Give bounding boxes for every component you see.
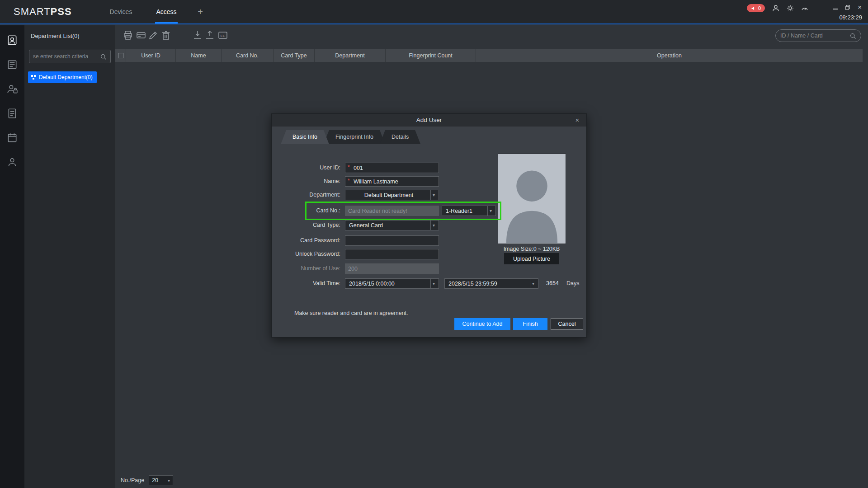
app-logo-bold: PSS <box>51 6 72 17</box>
user-permission-icon[interactable] <box>6 83 18 95</box>
chevron-down-icon: ▾ <box>430 279 437 288</box>
card-reader-cc-icon[interactable]: cc <box>217 30 228 41</box>
user-search-input[interactable] <box>780 33 847 39</box>
select-all-checkbox[interactable] <box>118 53 123 58</box>
chevron-down-icon: ▾ <box>487 206 494 216</box>
user-id-label: User ID: <box>272 163 340 173</box>
upload-picture-button[interactable]: Upload Picture <box>504 253 559 264</box>
performance-gauge-icon[interactable] <box>801 5 808 12</box>
department-tree-item[interactable]: Default Department(0) <box>28 71 97 83</box>
edit-pencil-icon[interactable] <box>148 30 159 41</box>
settings-gear-icon[interactable] <box>787 5 794 12</box>
module-rail <box>0 25 24 488</box>
tab-access[interactable]: Access <box>150 0 183 23</box>
department-select[interactable]: Default Department ▾ <box>345 190 439 200</box>
search-icon[interactable] <box>849 33 856 39</box>
org-tree-icon <box>31 75 36 80</box>
app-logo-light: SMART <box>14 6 51 17</box>
system-clock: 09:23:29 <box>839 14 862 21</box>
delete-trash-icon[interactable] <box>160 30 171 41</box>
app-logo: SMARTPSS <box>14 0 72 23</box>
chevron-down-icon: ▾ <box>430 190 437 200</box>
card-print-icon[interactable] <box>123 30 133 41</box>
col-name: Name <box>176 49 222 62</box>
col-department: Department <box>315 49 386 62</box>
search-icon[interactable] <box>100 53 107 60</box>
schedule-calendar-icon[interactable] <box>6 132 18 144</box>
chevron-down-icon: ▾ <box>430 221 437 230</box>
window-close-icon[interactable]: × <box>858 4 862 11</box>
dialog-close-icon[interactable]: × <box>573 114 582 127</box>
user-account-icon[interactable] <box>772 5 779 12</box>
field-number-of-use: Number of Use: <box>272 263 586 274</box>
alarm-badge[interactable]: 0 <box>747 4 765 12</box>
tab-basic-info[interactable]: Basic Info <box>281 130 329 144</box>
batch-issue-card-icon[interactable] <box>136 30 146 41</box>
valid-days-value: 3654 <box>543 278 562 289</box>
card-no-input[interactable] <box>345 206 439 216</box>
field-valid-time: Valid Time: 2018/5/15 0:00:00 ▾ 2028/5/1… <box>272 278 586 289</box>
user-table-header: User ID Name Card No. Card Type Departme… <box>115 49 863 62</box>
required-mark: * <box>348 178 350 184</box>
required-mark: * <box>348 164 350 170</box>
col-operation: Operation <box>476 49 863 62</box>
select-all-cell <box>115 49 126 62</box>
continue-to-add-button[interactable]: Continue to Add <box>454 318 510 330</box>
reader-select[interactable]: 1-Reader1 ▾ <box>442 206 496 216</box>
alarm-count: 0 <box>758 5 761 11</box>
tab-fingerprint-info[interactable]: Fingerprint Info <box>324 130 385 144</box>
person-icon[interactable] <box>6 156 18 168</box>
card-password-input[interactable] <box>345 235 439 246</box>
unlock-password-label: Unlock Password: <box>272 249 340 259</box>
dialog-title: Add User <box>272 114 586 127</box>
number-of-use-input[interactable] <box>345 263 439 274</box>
chevron-down-icon: ▾ <box>168 478 170 483</box>
log-record-icon[interactable] <box>6 108 18 119</box>
pagination-bar: No./Page 20 ▾ <box>121 475 173 485</box>
col-fingerprint-count: Fingerprint Count <box>386 49 476 62</box>
speaker-icon <box>751 6 756 11</box>
user-photo-placeholder <box>498 154 566 244</box>
card-type-select[interactable]: General Card ▾ <box>345 220 439 230</box>
attendance-device-icon[interactable] <box>6 59 18 70</box>
department-panel: Department List(0) Default Department(0) <box>24 25 115 488</box>
cancel-button[interactable]: Cancel <box>551 318 583 330</box>
department-label: Department: <box>272 190 340 200</box>
dialog-footer-note: Make sure reader and card are in agreeme… <box>294 310 408 316</box>
card-password-label: Card Password: <box>272 235 340 246</box>
department-search-box <box>29 50 111 63</box>
valid-time-end-select[interactable]: 2028/5/15 23:59:59 ▾ <box>444 278 538 289</box>
page-size-select[interactable]: 20 ▾ <box>149 475 173 485</box>
department-search-input[interactable] <box>33 53 97 60</box>
tab-devices[interactable]: Devices <box>102 0 140 23</box>
image-size-note: Image Size:0 ~ 120KB <box>471 246 593 252</box>
page-size-label: No./Page <box>121 477 144 483</box>
unlock-password-input[interactable] <box>345 249 439 259</box>
user-id-input[interactable] <box>345 163 439 173</box>
card-no-label: Card No.: <box>272 206 340 216</box>
department-item-label: Default Department(0) <box>39 74 93 80</box>
col-card-type: Card Type <box>274 49 315 62</box>
valid-days-unit: Days <box>566 278 579 289</box>
window-minimize-icon[interactable] <box>833 9 838 9</box>
valid-time-start-select[interactable]: 2018/5/15 0:00:00 ▾ <box>345 278 439 289</box>
access-console-icon[interactable] <box>6 34 18 46</box>
add-tab-button[interactable]: + <box>193 0 207 23</box>
title-bar: SMARTPSS Devices Access + 0 × 09:23:29 <box>0 0 868 24</box>
export-icon[interactable] <box>204 30 215 41</box>
dialog-tabs: Basic Info Fingerprint Info Details <box>281 130 415 144</box>
valid-time-label: Valid Time: <box>272 278 340 289</box>
chevron-down-icon: ▾ <box>530 279 536 288</box>
tab-details[interactable]: Details <box>380 130 420 144</box>
add-user-dialog: Add User × Basic Info Fingerprint Info D… <box>271 113 587 338</box>
col-card-no: Card No. <box>222 49 274 62</box>
finish-button[interactable]: Finish <box>513 318 547 330</box>
department-list-title: Department List(0) <box>31 33 80 39</box>
card-type-label: Card Type: <box>272 220 340 230</box>
active-tab-indicator <box>155 22 178 23</box>
person-silhouette-icon <box>498 154 566 244</box>
user-search-box <box>775 29 861 42</box>
window-restore-icon[interactable] <box>844 4 851 10</box>
name-input[interactable] <box>345 176 439 187</box>
import-icon[interactable] <box>192 30 203 41</box>
